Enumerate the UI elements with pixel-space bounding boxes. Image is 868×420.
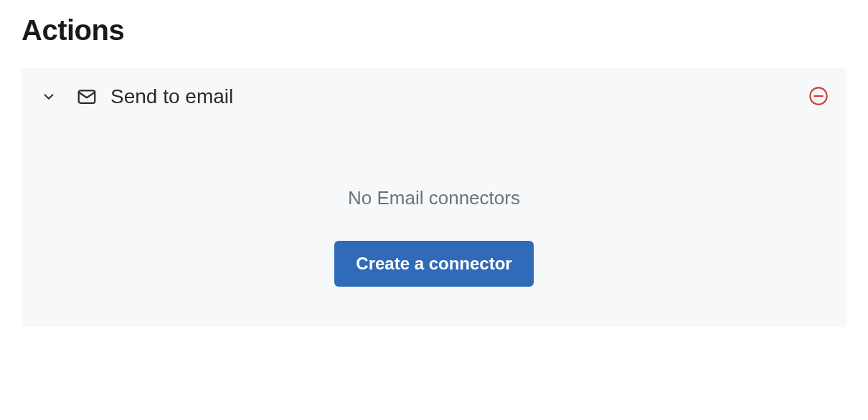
action-body: No Email connectors Create a connector	[39, 187, 829, 287]
action-title-label: Send to email	[110, 85, 233, 108]
action-header: Send to email	[39, 85, 829, 108]
email-icon	[76, 86, 98, 108]
empty-connectors-message: No Email connectors	[348, 187, 520, 209]
chevron-down-icon[interactable]	[39, 87, 59, 107]
action-title-group: Send to email	[76, 85, 233, 108]
remove-action-button[interactable]	[808, 86, 829, 108]
action-card: Send to email No Email connectors Create…	[22, 68, 846, 327]
page-title: Actions	[22, 14, 846, 47]
create-connector-button[interactable]: Create a connector	[334, 241, 533, 287]
remove-circle-icon	[808, 86, 829, 108]
action-header-left: Send to email	[39, 85, 233, 108]
